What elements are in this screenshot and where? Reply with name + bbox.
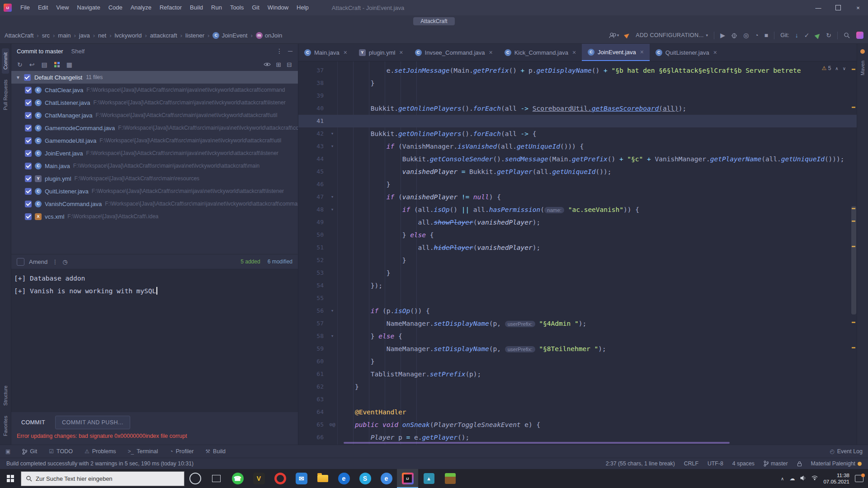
- chevron-down-icon[interactable]: ▼: [16, 75, 20, 80]
- fold-icon[interactable]: ▾: [326, 127, 339, 140]
- rollback-icon[interactable]: ↩: [29, 61, 35, 68]
- file-checkbox[interactable]: [25, 201, 32, 207]
- code-line-59[interactable]: 59 NameManager.setDisplayName(p, userPre…: [298, 343, 857, 355]
- file-checkbox[interactable]: [25, 99, 32, 106]
- code-with-me-users-icon[interactable]: ▾: [609, 32, 619, 38]
- menu-analyze[interactable]: Analyze: [127, 0, 156, 15]
- file-checkbox[interactable]: [25, 163, 32, 169]
- taskbar-app-tlauncher[interactable]: [439, 469, 461, 488]
- debug-icon[interactable]: [731, 32, 737, 38]
- breadcrumb-item-java[interactable]: java: [79, 32, 90, 39]
- start-button[interactable]: [0, 469, 21, 488]
- action-center-icon[interactable]: [855, 475, 863, 482]
- changed-file-row[interactable]: Yplugin.ymlF:\Workspace\[Java]\AttackCra…: [11, 172, 298, 185]
- code-line-41[interactable]: 41: [298, 115, 857, 127]
- preview-diff-icon[interactable]: [264, 61, 271, 68]
- menu-run[interactable]: Run: [207, 0, 226, 15]
- commit-button[interactable]: COMMIT: [17, 416, 50, 429]
- code-line-40[interactable]: 40 Bukkit.getOnlinePlayers().forEach(all…: [298, 102, 857, 115]
- file-checkbox[interactable]: [25, 188, 32, 195]
- minimize-icon[interactable]: —: [808, 0, 828, 15]
- breadcrumb-item-listener[interactable]: listener: [185, 32, 204, 39]
- taskbar-app-skype[interactable]: S: [354, 469, 376, 488]
- commit-and-push-button[interactable]: COMMIT AND PUSH...: [55, 416, 130, 429]
- sidebar-item-favorites[interactable]: Favorites: [2, 412, 9, 440]
- fold-icon[interactable]: ▾: [326, 191, 339, 203]
- menu-navigate[interactable]: Navigate: [73, 0, 104, 15]
- scrollbar-thumb[interactable]: [851, 206, 856, 314]
- git-history-icon[interactable]: ↻: [826, 32, 831, 39]
- code-line-38[interactable]: 38 }: [298, 77, 857, 89]
- code-line-46[interactable]: 46 }: [298, 178, 857, 191]
- network-icon[interactable]: [811, 475, 818, 482]
- fold-icon[interactable]: ▾: [326, 203, 339, 216]
- fold-icon[interactable]: ▾: [326, 305, 339, 317]
- code-line-60[interactable]: 60 }: [298, 355, 857, 368]
- commit-options-icon[interactable]: ⋮: [52, 258, 58, 265]
- menu-view[interactable]: View: [52, 0, 73, 15]
- code-line-43[interactable]: 43▾ if (VanishManager.isVanished(all.get…: [298, 140, 857, 153]
- event-log-button[interactable]: ◴ Event Log: [830, 448, 863, 455]
- breadcrumb-item-main[interactable]: main: [58, 32, 71, 39]
- changed-file-row[interactable]: Xvcs.xmlF:\Workspace\[Java]\AttackCraft\…: [11, 210, 298, 223]
- toolwindow-button-problems[interactable]: ⚠Problems: [85, 448, 116, 455]
- menu-file[interactable]: File: [16, 0, 34, 15]
- file-checkbox[interactable]: [25, 125, 32, 131]
- changed-file-row[interactable]: CJoinEvent.javaF:\Workspace\[Java]\Attac…: [11, 147, 298, 160]
- caret-position[interactable]: 2:37 (55 chars, 1 line break): [606, 460, 675, 467]
- close-tab-icon[interactable]: ×: [572, 49, 576, 56]
- file-checkbox[interactable]: [25, 112, 32, 119]
- code-line-50[interactable]: 50 } else {: [298, 229, 857, 241]
- commit-message-editor[interactable]: [+] Database addon[+] Vanish is now work…: [11, 269, 298, 412]
- stop-icon[interactable]: ■: [764, 32, 768, 39]
- editor-tab-quitlistener-java[interactable]: CQuitListener.java×: [650, 44, 723, 61]
- close-tab-icon[interactable]: ×: [344, 49, 347, 56]
- taskbar-app-cortana[interactable]: [184, 469, 206, 488]
- changelist-checkbox[interactable]: [24, 74, 31, 81]
- code-line-51[interactable]: 51 all.hidePlayer(vanishedPlayer);: [298, 241, 857, 254]
- code-line-65[interactable]: 65⊙@ public void onSneak(PlayerToggleSne…: [298, 418, 857, 431]
- code-line-42[interactable]: 42▾ Bukkit.getOnlinePlayers().forEach(al…: [298, 127, 857, 140]
- hidden-icons-chevron-icon[interactable]: ∧: [781, 476, 784, 481]
- collapse-all-icon[interactable]: ⊟: [287, 61, 292, 68]
- file-checkbox[interactable]: [25, 150, 32, 157]
- menu-refactor[interactable]: Refactor: [156, 0, 186, 15]
- code-line-58[interactable]: 58▾ } else {: [298, 330, 857, 343]
- changed-file-row[interactable]: CGamemodeCommand.javaF:\Workspace\[Java]…: [11, 122, 298, 134]
- taskbar-search-input[interactable]: Zur Suche Text hier eingeben: [21, 471, 184, 486]
- toolwindow-button-git[interactable]: Git: [22, 448, 37, 455]
- amend-checkbox[interactable]: [17, 258, 24, 266]
- project-chip[interactable]: AttackCraft: [413, 17, 454, 25]
- prev-warning-icon[interactable]: ∧: [835, 66, 838, 71]
- run-icon[interactable]: ▶: [720, 32, 725, 39]
- taskbar-app-intellij-idea[interactable]: IJ: [397, 469, 418, 488]
- view-options-icon[interactable]: ▦: [66, 61, 72, 68]
- rocket-icon[interactable]: [624, 32, 631, 39]
- breadcrumb-item-joinevent[interactable]: CJoinEvent: [212, 32, 247, 39]
- menu-git[interactable]: Git: [248, 0, 264, 15]
- code-line-39[interactable]: 39: [298, 89, 857, 102]
- toolwindow-button-terminal[interactable]: >_Terminal: [128, 448, 158, 455]
- taskbar-app-task-view[interactable]: [206, 469, 227, 488]
- editor-tab-kick_command-java[interactable]: CKick_Command.java×: [499, 44, 582, 61]
- fold-icon[interactable]: ⊙@: [326, 418, 339, 431]
- code-line-56[interactable]: 56▾ if (p.isOp()) {: [298, 305, 857, 317]
- taskbar-app-edge[interactable]: e: [333, 469, 354, 488]
- profiler-icon[interactable]: ◔: [755, 32, 758, 39]
- code-line-62[interactable]: 62 }: [298, 380, 857, 393]
- group-by-icon[interactable]: [54, 62, 60, 67]
- code-line-61[interactable]: 61 TablistManager.setPrefix(p);: [298, 368, 857, 380]
- code-line-53[interactable]: 53 }: [298, 267, 857, 279]
- code-line-57[interactable]: 57 NameManager.setDisplayName(p, userPre…: [298, 317, 857, 330]
- changed-file-row[interactable]: CChatClear.javaF:\Workspace\[Java]\Attac…: [11, 84, 298, 96]
- breadcrumb-item-lvckyworld[interactable]: lvckyworld: [114, 32, 142, 39]
- sidebar-item-maven[interactable]: Maven: [859, 56, 866, 80]
- breadcrumb-item-net[interactable]: net: [98, 32, 106, 39]
- menu-build[interactable]: Build: [186, 0, 207, 15]
- code-editor[interactable]: 37 e.setJoinMessage(Main.getPrefix() + p…: [298, 61, 857, 445]
- line-ending[interactable]: CRLF: [684, 460, 698, 467]
- code-line-37[interactable]: 37 e.setJoinMessage(Main.getPrefix() + p…: [298, 64, 857, 77]
- coverage-icon[interactable]: ◎: [743, 32, 749, 39]
- commit-history-icon[interactable]: ◷: [62, 258, 67, 265]
- fold-icon[interactable]: ▾: [326, 140, 339, 153]
